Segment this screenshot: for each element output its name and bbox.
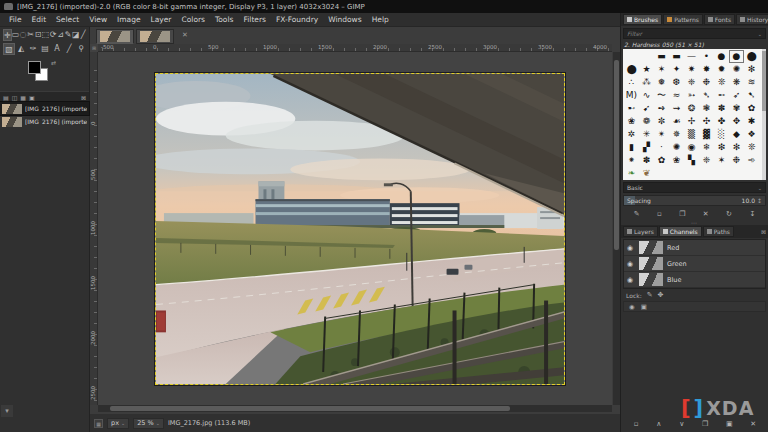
brush-item[interactable]: ➴ [699, 89, 714, 102]
tool-button[interactable]: ◪ [72, 29, 80, 41]
spinner-icon[interactable]: ↕ [757, 197, 762, 204]
tool-button[interactable]: ✛ [3, 29, 12, 41]
brush-item[interactable]: ⇝ [669, 102, 684, 115]
brush-item[interactable]: ░ [714, 128, 729, 141]
scrollbar-thumb[interactable] [110, 406, 510, 411]
brush-item[interactable]: ✻ [744, 63, 759, 76]
tool-button[interactable]: ⊿ [57, 29, 65, 41]
brush-item[interactable]: ✽ [714, 102, 729, 115]
brush-item[interactable]: ❄ [699, 141, 714, 154]
tool-button[interactable]: ╱ [79, 29, 87, 41]
brush-item[interactable]: ≈ [669, 89, 684, 102]
menu-item[interactable]: Tools [210, 15, 238, 24]
brush-item[interactable]: ◉ [684, 141, 699, 154]
brush-item[interactable]: ✶ [654, 63, 669, 76]
image-list-item[interactable]: [IMG_2176] (imported)-1 [0, 115, 89, 128]
tool-button[interactable]: ⊡ [34, 29, 42, 41]
brush-action-button[interactable]: ❐ [679, 210, 685, 218]
menu-item[interactable]: Colors [176, 15, 210, 24]
visibility-eye-icon[interactable]: ◉ [627, 244, 635, 252]
brush-action-button[interactable]: ▫ [657, 210, 662, 218]
brush-item[interactable]: ❂ [684, 102, 699, 115]
fg-bg-color-swatches[interactable]: ⇄ [26, 59, 56, 85]
brush-item[interactable]: ❦ [639, 167, 654, 180]
lock-position-icon[interactable]: ✥ [658, 291, 664, 299]
scrollbar-thumb[interactable] [762, 51, 766, 111]
brush-item[interactable]: ⁂ [639, 76, 654, 89]
channel-row-blue[interactable]: ◉ Blue [624, 272, 765, 288]
brush-item[interactable]: ☙ [669, 115, 684, 128]
close-icon[interactable]: ⊠ [761, 228, 766, 235]
brush-item[interactable]: ❉ [729, 154, 744, 167]
menu-item[interactable]: FX-Foundry [271, 15, 323, 24]
unit-dropdown[interactable]: px ⌄ [107, 418, 129, 429]
tool-button[interactable]: ⚲ [75, 43, 87, 55]
tab-fonts[interactable]: Fonts [704, 14, 735, 25]
dock-handle-icon[interactable]: ▾ [1, 405, 13, 417]
image-list-item[interactable]: [IMG_2176] (imported)-2 [0, 102, 89, 115]
menu-item[interactable]: View [84, 15, 112, 24]
channel-row-green[interactable]: ◉ Green [624, 256, 765, 272]
close-tab-icon[interactable]: ✕ [182, 31, 188, 39]
brush-item[interactable]: ❈ [699, 154, 714, 167]
tool-button[interactable]: ✎ [64, 29, 72, 41]
brush-item[interactable]: ➾ [744, 154, 759, 167]
menu-item[interactable]: Windows [323, 15, 366, 24]
menu-item[interactable]: Image [112, 15, 146, 24]
menu-item[interactable]: Select [51, 15, 84, 24]
tool-button[interactable]: A [51, 43, 63, 55]
menu-item[interactable]: Filters [238, 15, 270, 24]
brush-item[interactable]: ⁕ [624, 154, 639, 167]
tab-paths[interactable]: Paths [703, 226, 734, 237]
menu-item[interactable]: File [4, 15, 27, 24]
brush-item[interactable]: ➳ [684, 89, 699, 102]
brush-item[interactable]: ❋ [729, 76, 744, 89]
tab-layers[interactable]: Layers [623, 226, 658, 237]
brush-item[interactable]: ● [714, 50, 729, 63]
dialog-tab-icon[interactable]: ▣ [29, 94, 35, 101]
channel-action-button[interactable]: ∨ [679, 420, 684, 428]
brush-item[interactable]: ❃ [699, 102, 714, 115]
brush-item[interactable]: M) [624, 89, 639, 102]
brush-item[interactable]: ❊ [744, 141, 759, 154]
brush-item[interactable]: ⬤ [624, 63, 639, 76]
tool-button[interactable]: ✑ [27, 43, 39, 55]
brush-item[interactable]: ✽ [639, 154, 654, 167]
horizontal-scrollbar[interactable] [98, 405, 612, 412]
brush-item[interactable]: ★ [639, 63, 654, 76]
brush-item[interactable]: ✴ [654, 128, 669, 141]
brush-item[interactable]: ✣ [699, 115, 714, 128]
brush-item[interactable]: ❁ [639, 115, 654, 128]
brush-item[interactable]: ❖ [744, 128, 759, 141]
brush-item[interactable] [639, 50, 654, 63]
brush-item[interactable]: ∴ [624, 76, 639, 89]
brush-item[interactable] [654, 167, 669, 180]
brush-item[interactable]: ⬤ [744, 50, 759, 63]
brush-item[interactable]: ▞ [639, 141, 654, 154]
channel-action-button[interactable]: ✕ [750, 420, 756, 428]
brush-item[interactable]: ▓ [699, 128, 714, 141]
channel-action-button[interactable]: ❐ [702, 420, 708, 428]
close-icon[interactable]: ⊠ [81, 94, 86, 101]
visibility-eye-icon[interactable]: ◉ [627, 260, 635, 268]
brush-action-button[interactable]: ↧ [749, 210, 755, 218]
brush-item[interactable]: ✸ [699, 63, 714, 76]
brush-item[interactable]: ✥ [729, 115, 744, 128]
brush-item[interactable]: ▚ [684, 154, 699, 167]
brush-item[interactable]: 〜 [654, 89, 669, 102]
brush-item[interactable]: ✦ [669, 63, 684, 76]
tool-button[interactable]: ▤ [39, 43, 51, 55]
dialog-tab-icon[interactable]: ▤ [3, 94, 9, 101]
brush-item[interactable]: — [684, 50, 699, 63]
tool-button[interactable]: ⟳ [49, 29, 57, 41]
vertical-ruler[interactable]: 05001000150020002500 [90, 52, 98, 405]
image-tab[interactable] [136, 29, 174, 44]
brush-item[interactable]: ✷ [684, 63, 699, 76]
brush-item[interactable]: ➸ [624, 102, 639, 115]
zoom-dropdown[interactable]: 25 % ⌄ [133, 418, 164, 429]
brush-item[interactable]: ∿ [639, 89, 654, 102]
brush-item[interactable]: ▒ [684, 128, 699, 141]
brush-item[interactable]: • [699, 50, 714, 63]
brush-item[interactable]: ➵ [714, 89, 729, 102]
brush-item[interactable]: ✼ [654, 115, 669, 128]
